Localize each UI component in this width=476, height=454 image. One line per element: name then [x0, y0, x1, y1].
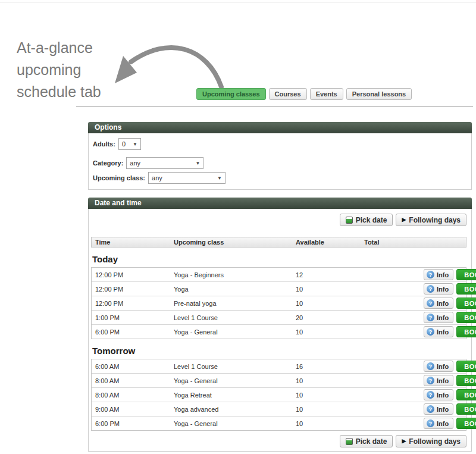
upcoming-class-field-row: Upcoming class:any▼: [93, 172, 465, 184]
question-icon: ?: [427, 391, 434, 399]
row-actions: ?InfoBOOK: [424, 389, 476, 400]
info-button[interactable]: ?Info: [424, 375, 453, 386]
info-label: Info: [437, 271, 449, 278]
pick-date-label: Pick date: [356, 437, 387, 446]
row-time: 8:00 AM: [92, 392, 174, 399]
table-row: 6:00 PMYoga - General10?InfoBOOK: [92, 416, 466, 430]
row-available: 10: [296, 377, 364, 384]
row-time: 12:00 PM: [92, 286, 174, 293]
following-days-button[interactable]: ▶ Following days: [396, 214, 466, 226]
question-icon: ?: [427, 405, 434, 413]
tabs-divider: [76, 106, 473, 107]
annotation-line: schedule tab: [17, 81, 101, 103]
calendar-icon: [346, 438, 353, 445]
tab-courses[interactable]: Courses: [269, 88, 307, 100]
book-button[interactable]: BOOK: [456, 283, 476, 295]
adults-select[interactable]: 0▼: [118, 138, 141, 150]
row-time: 9:00 AM: [92, 406, 174, 413]
row-actions: ?InfoBOOK: [424, 418, 476, 429]
row-actions: ?InfoBOOK: [424, 283, 476, 295]
options-panel: Options Adults:0▼Category:any▼Upcoming c…: [88, 122, 472, 190]
book-button[interactable]: BOOK: [456, 361, 476, 372]
schedule-rows-today: 12:00 PMYoga - Beginners12?InfoBOOK12:00…: [91, 267, 466, 339]
schedule-table-header: Time Upcoming class Available Total: [91, 237, 466, 248]
table-row: 8:00 AMYoga Retreat10?InfoBOOK: [92, 387, 466, 402]
column-header-time: Time: [92, 239, 174, 246]
question-icon: ?: [427, 285, 434, 293]
pick-date-button[interactable]: Pick date: [340, 214, 393, 226]
pick-date-button[interactable]: Pick date: [340, 435, 393, 447]
row-actions: ?InfoBOOK: [424, 403, 476, 415]
column-header-available: Available: [296, 239, 364, 246]
book-button[interactable]: BOOK: [456, 326, 476, 337]
bottom-button-bar: Pick date ▶ Following days: [91, 435, 466, 447]
row-class: Yoga: [174, 286, 296, 293]
row-available: 10: [296, 392, 364, 399]
upcoming-class-select[interactable]: any▼: [148, 172, 226, 184]
tab-personal-lessons[interactable]: Personal lessons: [346, 88, 412, 100]
question-icon: ?: [427, 314, 434, 321]
book-button[interactable]: BOOK: [456, 389, 476, 400]
row-time: 12:00 PM: [92, 300, 174, 307]
info-button[interactable]: ?Info: [424, 361, 453, 372]
pick-date-label: Pick date: [356, 216, 387, 224]
row-class: Level 1 Course: [174, 314, 296, 321]
calendar-icon: [346, 217, 353, 224]
info-button[interactable]: ?Info: [424, 269, 453, 280]
info-button[interactable]: ?Info: [424, 326, 453, 337]
table-row: 1:00 PMLevel 1 Course20?InfoBOOK: [92, 310, 466, 324]
info-button[interactable]: ?Info: [424, 418, 453, 429]
book-button[interactable]: BOOK: [456, 375, 476, 386]
book-button[interactable]: BOOK: [456, 418, 476, 429]
caret-down-icon: ▼: [195, 161, 200, 166]
info-button[interactable]: ?Info: [424, 298, 453, 309]
row-actions: ?InfoBOOK: [424, 312, 476, 323]
row-actions: ?InfoBOOK: [424, 298, 476, 309]
info-label: Info: [437, 314, 449, 321]
annotation-text: At-a-glanceupcomingschedule tab: [17, 37, 101, 103]
category-field-row: Category:any▼: [93, 157, 465, 169]
schedule-rows-tomorrow: 6:00 AMLevel 1 Course16?InfoBOOK8:00 AMY…: [91, 359, 466, 431]
column-header-upcoming-class: Upcoming class: [174, 239, 296, 246]
play-icon: ▶: [402, 217, 406, 223]
table-row: 9:00 AMYoga advanced10?InfoBOOK: [92, 402, 466, 416]
following-days-label: Following days: [409, 437, 461, 446]
info-label: Info: [437, 420, 449, 427]
info-label: Info: [437, 392, 449, 399]
row-available: 10: [296, 300, 364, 307]
row-time: 6:00 AM: [92, 363, 174, 370]
book-button[interactable]: BOOK: [456, 312, 476, 323]
question-icon: ?: [427, 299, 434, 307]
caret-down-icon: ▼: [133, 142, 137, 147]
upcoming-class-label: Upcoming class:: [93, 174, 145, 181]
tab-upcoming-classes[interactable]: Upcoming classes: [196, 88, 266, 100]
schedule-sections: Today12:00 PMYoga - Beginners12?InfoBOOK…: [91, 254, 466, 431]
tab-bar: Upcoming classesCoursesEventsPersonal le…: [196, 88, 412, 100]
row-available: 16: [296, 363, 364, 370]
tab-events[interactable]: Events: [310, 88, 343, 100]
section-heading-today: Today: [92, 254, 466, 264]
info-button[interactable]: ?Info: [424, 312, 453, 323]
options-fields: Adults:0▼Category:any▼Upcoming class:any…: [88, 133, 472, 190]
table-row: 12:00 PMPre-natal yoga10?InfoBOOK: [92, 296, 466, 310]
info-label: Info: [437, 300, 449, 307]
row-available: 12: [296, 271, 364, 278]
book-button[interactable]: BOOK: [456, 403, 476, 415]
row-actions: ?InfoBOOK: [424, 375, 476, 386]
book-button[interactable]: BOOK: [456, 269, 476, 280]
book-button[interactable]: BOOK: [456, 298, 476, 309]
page-top-divider: [0, 2, 476, 2]
info-button[interactable]: ?Info: [424, 403, 453, 415]
row-actions: ?InfoBOOK: [424, 361, 476, 372]
row-class: Yoga - General: [174, 377, 296, 384]
row-actions: ?InfoBOOK: [424, 269, 476, 280]
date-and-time-panel-body: Pick date ▶ Following days Time Upcoming…: [88, 209, 472, 452]
info-button[interactable]: ?Info: [424, 283, 453, 295]
info-button[interactable]: ?Info: [424, 389, 453, 400]
category-select[interactable]: any▼: [126, 157, 203, 169]
following-days-button[interactable]: ▶ Following days: [396, 435, 466, 447]
question-icon: ?: [427, 377, 434, 384]
table-row: 8:00 AMYoga - General10?InfoBOOK: [92, 373, 466, 387]
column-header-total: Total: [364, 239, 424, 246]
row-available: 10: [296, 406, 364, 413]
